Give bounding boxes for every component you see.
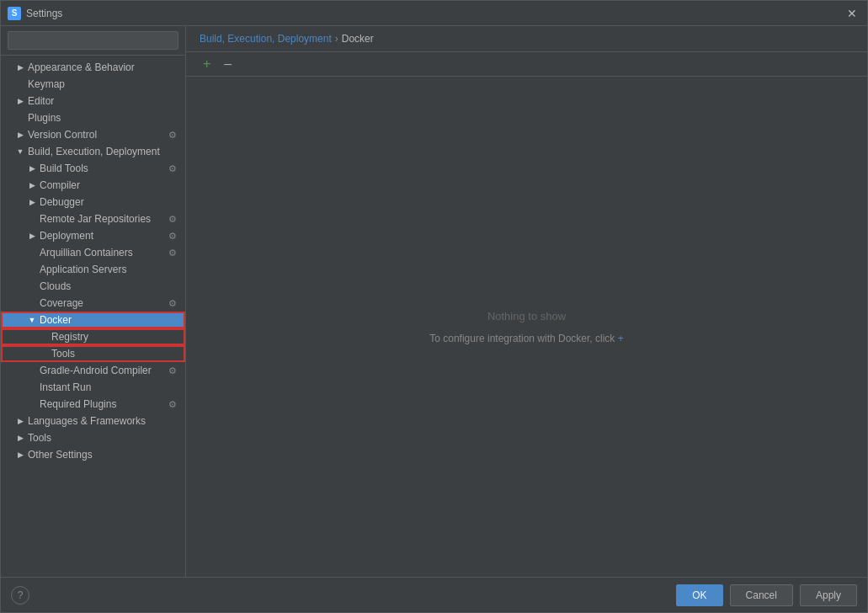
arrow-tools-docker (38, 348, 50, 360)
settings-icon-deployment: ⚙ (167, 230, 178, 242)
sidebar-item-remote-jar[interactable]: Remote Jar Repositories ⚙ (1, 211, 185, 227)
ok-button[interactable]: OK (676, 584, 722, 606)
cancel-button[interactable]: Cancel (730, 584, 793, 606)
nothing-to-show-text: Nothing to show (487, 310, 566, 322)
breadcrumb: Build, Execution, Deployment › Docker (186, 26, 867, 52)
sidebar: 🔍 Appearance & Behavior Keymap (1, 26, 186, 577)
breadcrumb-separator: › (335, 33, 338, 45)
arrow-build-execution (14, 146, 26, 157)
sidebar-item-gradle-android[interactable]: Gradle-Android Compiler ⚙ (1, 362, 185, 379)
arrow-registry (38, 331, 50, 343)
sidebar-item-tools-main[interactable]: Tools (1, 429, 185, 446)
arrow-appearance (14, 61, 26, 73)
arrow-clouds (26, 280, 38, 292)
arrow-keymap (14, 78, 26, 90)
configure-plus[interactable]: + (618, 333, 624, 344)
arrow-tools-main (14, 432, 26, 444)
arrow-required-plugins (26, 398, 38, 410)
arrow-plugins (14, 112, 26, 124)
toolbar: + – (186, 52, 867, 77)
settings-icon-version-control: ⚙ (167, 129, 178, 141)
app-icon: S (8, 7, 21, 20)
sidebar-item-other-settings[interactable]: Other Settings (1, 446, 185, 463)
sidebar-item-editor[interactable]: Editor (1, 93, 185, 109)
window-title: Settings (26, 8, 844, 19)
breadcrumb-current: Docker (342, 33, 374, 45)
sidebar-item-languages[interactable]: Languages & Frameworks (1, 413, 185, 429)
arrow-instant-run (26, 381, 38, 393)
arrow-app-servers (26, 264, 38, 275)
sidebar-item-compiler[interactable]: Compiler (1, 177, 185, 194)
sidebar-item-tools-docker[interactable]: Tools (1, 345, 185, 362)
settings-icon-gradle: ⚙ (167, 365, 178, 376)
settings-window: S Settings ✕ 🔍 Appearance & Behavior (0, 0, 868, 613)
bottom-bar: ? OK Cancel Apply (1, 577, 867, 612)
search-wrap: 🔍 (8, 31, 178, 50)
sidebar-item-keymap[interactable]: Keymap (1, 76, 185, 93)
sidebar-item-build-tools[interactable]: Build Tools ⚙ (1, 160, 185, 177)
sidebar-item-clouds[interactable]: Clouds (1, 278, 185, 295)
content-area: Build, Execution, Deployment › Docker + … (186, 26, 867, 577)
settings-icon-remote-jar: ⚙ (167, 213, 178, 225)
arrow-gradle-android (26, 365, 38, 376)
sidebar-item-arquillian[interactable]: Arquillian Containers ⚙ (1, 244, 185, 261)
sidebar-item-coverage[interactable]: Coverage ⚙ (1, 295, 185, 312)
sidebar-item-deployment[interactable]: Deployment ⚙ (1, 227, 185, 244)
sidebar-item-docker[interactable]: Docker (1, 312, 185, 328)
title-bar: S Settings ✕ (1, 1, 867, 26)
settings-icon-build-tools: ⚙ (167, 163, 178, 174)
settings-icon-required-plugins: ⚙ (167, 398, 178, 410)
search-box: 🔍 (1, 26, 185, 56)
arrow-docker (26, 314, 38, 326)
main-area: 🔍 Appearance & Behavior Keymap (1, 26, 867, 577)
sidebar-item-registry[interactable]: Registry (1, 328, 185, 345)
add-button[interactable]: + (200, 56, 214, 72)
settings-icon-coverage: ⚙ (167, 297, 178, 309)
sidebar-item-debugger[interactable]: Debugger (1, 194, 185, 211)
arrow-editor (14, 95, 26, 107)
arrow-deployment (26, 230, 38, 242)
search-input[interactable] (8, 31, 178, 50)
tree-area: Appearance & Behavior Keymap Editor Plug… (1, 56, 185, 577)
arrow-build-tools (26, 163, 38, 174)
sidebar-item-appearance[interactable]: Appearance & Behavior (1, 59, 185, 76)
main-content: Nothing to show To configure integration… (186, 77, 867, 577)
sidebar-item-version-control[interactable]: Version Control ⚙ (1, 126, 185, 143)
arrow-compiler (26, 179, 38, 191)
arrow-coverage (26, 297, 38, 309)
sidebar-item-plugins[interactable]: Plugins (1, 109, 185, 126)
breadcrumb-parent[interactable]: Build, Execution, Deployment (200, 33, 332, 45)
close-button[interactable]: ✕ (844, 5, 860, 22)
arrow-other-settings (14, 449, 26, 461)
remove-button[interactable]: – (221, 56, 235, 72)
sidebar-item-required-plugins[interactable]: Required Plugins ⚙ (1, 396, 185, 413)
arrow-debugger (26, 196, 38, 208)
configure-text: To configure integration with Docker, cl… (429, 333, 623, 344)
help-button[interactable]: ? (11, 586, 29, 605)
sidebar-item-build-execution[interactable]: Build, Execution, Deployment (1, 143, 185, 160)
arrow-version-control (14, 129, 26, 141)
arrow-arquillian (26, 247, 38, 259)
apply-button[interactable]: Apply (800, 584, 857, 606)
sidebar-item-app-servers[interactable]: Application Servers (1, 261, 185, 278)
sidebar-item-instant-run[interactable]: Instant Run (1, 379, 185, 396)
arrow-remote-jar (26, 213, 38, 225)
settings-icon-arquillian: ⚙ (167, 247, 178, 259)
arrow-languages (14, 415, 26, 427)
